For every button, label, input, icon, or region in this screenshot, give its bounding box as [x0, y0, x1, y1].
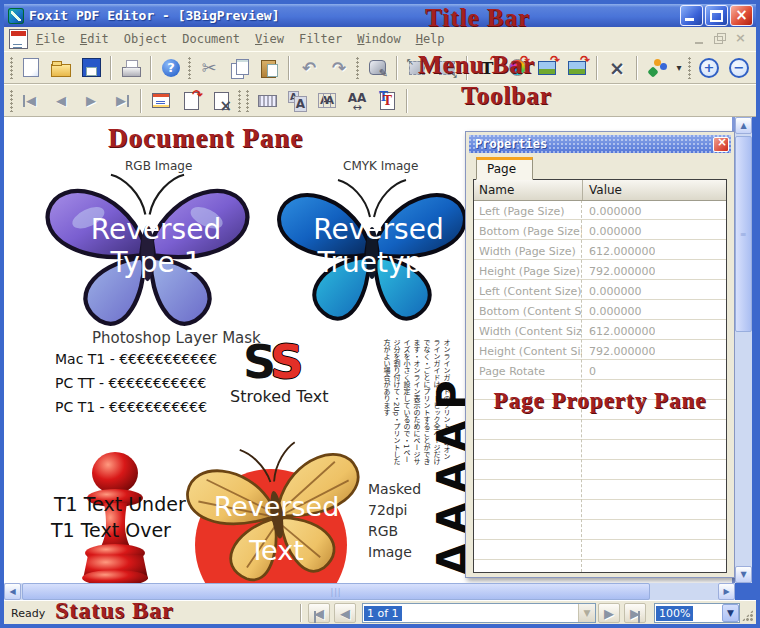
zoom-in-icon[interactable]	[696, 55, 722, 81]
menu-view[interactable]: View	[255, 32, 284, 46]
annotation-status-bar: Status Bar	[55, 597, 174, 624]
tab-page[interactable]: Page	[476, 157, 533, 180]
edit-object-icon[interactable]	[364, 55, 390, 81]
masked-label-line: Masked	[368, 479, 421, 500]
dropdown-arrow-icon[interactable]	[674, 55, 684, 81]
rotate-page-icon[interactable]	[178, 88, 204, 114]
menu-document[interactable]: Document	[182, 32, 240, 46]
redo-icon[interactable]	[326, 55, 352, 81]
window-resize-grip[interactable]	[742, 610, 753, 621]
menu-object[interactable]: Object	[124, 32, 167, 46]
menu-edit[interactable]: Edit	[80, 32, 109, 46]
properties-panel-titlebar[interactable]: Properties	[469, 135, 731, 153]
char-spacing-icon[interactable]	[314, 88, 340, 114]
horizontal-scrollbar[interactable]: ◀ ||| ▶	[4, 583, 735, 600]
properties-panel: Properties Page Name Value Left (Page Si…	[465, 131, 735, 578]
add-image-icon[interactable]	[564, 55, 590, 81]
delete-object-icon[interactable]	[604, 55, 630, 81]
property-name: Height (Page Size)	[474, 265, 582, 278]
font-size-icon[interactable]	[284, 88, 310, 114]
page-combo-dropdown-icon[interactable]: ▼	[578, 604, 595, 622]
open-file-icon[interactable]	[48, 55, 74, 81]
mdi-close-button[interactable]	[732, 32, 748, 46]
vertical-scroll-thumb[interactable]: ≡	[735, 136, 752, 332]
property-row: Width (Content Size)612.000000	[474, 321, 726, 341]
close-button[interactable]	[730, 5, 753, 26]
prev-page-icon[interactable]	[48, 88, 74, 114]
first-page-icon[interactable]	[308, 603, 330, 623]
property-name: Width (Content Size)	[474, 325, 582, 338]
help-icon[interactable]	[158, 55, 184, 81]
minimize-button[interactable]	[680, 5, 703, 26]
menu-filter[interactable]: Filter	[299, 32, 342, 46]
prev-page-icon[interactable]	[334, 603, 356, 623]
toolbar-gripper[interactable]	[238, 90, 242, 112]
mdi-minimize-button[interactable]	[692, 32, 708, 46]
delete-page-icon[interactable]	[208, 88, 234, 114]
menu-file[interactable]: File	[36, 32, 65, 46]
save-file-icon[interactable]	[78, 55, 104, 81]
statusbar-separator	[300, 604, 302, 622]
property-name: Width (Page Size)	[474, 245, 582, 258]
toolbar-gripper[interactable]	[246, 90, 250, 112]
maximize-button[interactable]	[705, 5, 728, 26]
euro-line: Mac T1 - €€€€€€€€€€€	[55, 351, 217, 375]
document-page[interactable]: Document Pane RGB Image CMYK Image	[4, 117, 735, 583]
property-value: 0.000000	[582, 285, 642, 298]
insert-text-object-icon[interactable]	[374, 88, 400, 114]
euro-line: PC TT - €€€€€€€€€€€	[55, 375, 217, 399]
red-pawn-image	[68, 447, 163, 583]
property-name: Height (Content Size)	[474, 345, 582, 358]
property-value: 612.000000	[582, 245, 655, 258]
first-page-icon[interactable]	[18, 88, 44, 114]
toolbar-gripper[interactable]	[188, 57, 192, 79]
property-value: 0.000000	[582, 225, 642, 238]
property-row: Bottom (Page Size)0.000000	[474, 221, 726, 241]
scroll-right-button[interactable]: ▶	[718, 583, 735, 600]
properties-table: Name Value Left (Page Size)0.000000Botto…	[473, 179, 727, 573]
properties-close-button[interactable]	[713, 137, 729, 152]
scroll-up-button[interactable]: ▲	[735, 117, 752, 134]
ready-status-text: Ready	[11, 607, 45, 620]
property-value: 792.000000	[582, 345, 655, 358]
cut-icon[interactable]	[196, 55, 222, 81]
keyboard-icon[interactable]	[254, 88, 280, 114]
new-document-icon[interactable]	[18, 55, 44, 81]
graphic-objects-icon[interactable]	[644, 55, 670, 81]
menu-help[interactable]: Help	[416, 32, 445, 46]
zoom-out-icon[interactable]	[726, 55, 752, 81]
copy-icon[interactable]	[226, 55, 252, 81]
scroll-left-button[interactable]: ◀	[4, 583, 21, 600]
toolbar-gripper[interactable]	[10, 90, 14, 112]
page-properties-icon[interactable]	[148, 88, 174, 114]
euro-line: PC T1 - €€€€€€€€€€€	[55, 399, 217, 423]
zoom-level-combo[interactable]: 100% ▼	[654, 603, 740, 623]
kerning-icon[interactable]	[344, 88, 370, 114]
property-value: 0	[582, 365, 596, 378]
toolbar-separator	[406, 89, 408, 113]
paste-icon[interactable]	[256, 55, 282, 81]
last-page-icon[interactable]	[624, 603, 646, 623]
edit-image-icon[interactable]	[534, 55, 560, 81]
next-page-icon[interactable]	[598, 603, 620, 623]
toolbar-gripper[interactable]	[688, 57, 692, 79]
property-row: Width (Page Size)612.000000	[474, 241, 726, 261]
toolbar-separator	[140, 89, 142, 113]
last-page-icon[interactable]	[108, 88, 134, 114]
page-number-combo[interactable]: 1 of 1 ▼	[362, 603, 596, 623]
toolbar-gripper[interactable]	[356, 57, 360, 79]
toolbar-gripper[interactable]	[10, 57, 14, 79]
vertical-scrollbar[interactable]: ▲ ≡ ▼	[735, 117, 752, 583]
mdi-restore-button[interactable]	[712, 32, 728, 46]
next-page-icon[interactable]	[78, 88, 104, 114]
property-row: Height (Content Size)792.000000	[474, 341, 726, 361]
document-menu-icon[interactable]	[9, 29, 28, 49]
horizontal-scroll-thumb[interactable]: |||	[22, 583, 650, 600]
undo-icon[interactable]	[296, 55, 322, 81]
scroll-down-button[interactable]: ▼	[735, 566, 752, 583]
menu-window[interactable]: Window	[357, 32, 400, 46]
photoshop-layer-mask-label: Photoshop Layer Mask	[92, 329, 261, 347]
title-bar[interactable]: Foxit PDF Editor - [3BigPreview] Title B…	[4, 4, 756, 27]
print-icon[interactable]	[118, 55, 144, 81]
zoom-combo-dropdown-icon[interactable]: ▼	[722, 604, 739, 622]
